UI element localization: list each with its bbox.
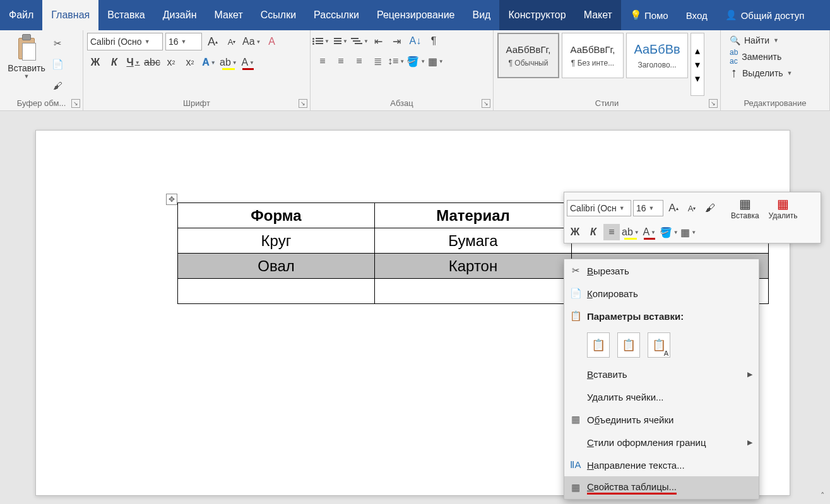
align-left-button[interactable]: ≡: [314, 53, 331, 69]
ctx-text-direction[interactable]: ⅡAНаправление текста...: [564, 454, 759, 476]
bulb-icon: 💡: [630, 9, 642, 21]
table-cell[interactable]: [178, 279, 375, 304]
italic-button[interactable]: К: [106, 54, 122, 71]
mini-align[interactable]: ≡: [603, 224, 620, 240]
sort-button[interactable]: A↓: [407, 33, 424, 49]
paste-dropdown[interactable]: ▼: [24, 73, 30, 79]
ctx-copy[interactable]: 📄Копировать: [564, 282, 759, 305]
style-no-spacing[interactable]: АаБбВвГг, ¶ Без инте...: [562, 33, 624, 78]
format-painter-icon[interactable]: 🖌: [50, 78, 64, 92]
font-color-button[interactable]: A▼: [240, 54, 256, 71]
tab-references[interactable]: Ссылки: [252, 0, 305, 30]
mini-italic[interactable]: К: [585, 224, 602, 240]
align-right-button[interactable]: ≡: [351, 53, 367, 69]
mini-grow-font[interactable]: A▴: [665, 200, 682, 216]
ctx-border-styles[interactable]: Стили оформления границ▶: [564, 431, 759, 454]
paste-keep-source[interactable]: 📋: [587, 332, 610, 358]
copy-icon[interactable]: 📄: [50, 57, 64, 71]
numbering-button[interactable]: ▼: [333, 33, 349, 49]
table-cell[interactable]: [375, 279, 572, 304]
tab-home[interactable]: Главная: [42, 0, 98, 30]
table-cell[interactable]: Форма: [178, 203, 375, 228]
paste-label[interactable]: Вставить: [8, 63, 45, 73]
font-name-combo[interactable]: Calibri (Осно▼: [87, 33, 163, 50]
group-styles: АаБбВвГг, ¶ Обычный АаБбВвГг, ¶ Без инте…: [494, 30, 721, 110]
shading-button[interactable]: 🪣▼: [406, 53, 425, 69]
ctx-insert[interactable]: Вставить▶: [564, 363, 759, 385]
styles-more-button[interactable]: ▴▾▾: [691, 33, 704, 96]
mini-delete-button[interactable]: ▦Удалить: [765, 195, 802, 221]
submenu-arrow-icon: ▶: [747, 370, 752, 378]
share-button[interactable]: 👤Общий доступ: [716, 0, 814, 30]
style-heading1[interactable]: АаБбВв Заголово...: [626, 33, 688, 78]
table-move-handle[interactable]: ✥: [166, 194, 177, 205]
increase-indent-button[interactable]: ⇥: [389, 33, 405, 49]
ctx-delete-cells[interactable]: Удалить ячейки...: [564, 385, 759, 408]
ctx-table-properties[interactable]: ▦Свойства таблицы...: [564, 476, 759, 499]
highlight-button[interactable]: ab▼: [220, 54, 237, 71]
cut-icon[interactable]: ✂: [50, 37, 64, 50]
show-marks-button[interactable]: ¶: [425, 33, 442, 49]
tab-review[interactable]: Рецензирование: [368, 0, 464, 30]
table-cell[interactable]: Картон: [375, 254, 572, 279]
tab-table-design[interactable]: Конструктор: [499, 0, 574, 30]
table-cell[interactable]: Круг: [178, 228, 375, 254]
mini-size-combo[interactable]: 16▼: [633, 200, 663, 216]
find-button[interactable]: 🔍Найти▼: [730, 35, 793, 45]
tell-me[interactable]: 💡Помо: [621, 0, 677, 30]
shrink-font-button[interactable]: A▾: [223, 33, 240, 50]
sign-in[interactable]: Вход: [677, 0, 716, 30]
clear-formatting-button[interactable]: A: [264, 33, 280, 50]
tab-file[interactable]: Файл: [0, 0, 42, 30]
submenu-arrow-icon: ▶: [747, 438, 752, 447]
underline-button[interactable]: Ч▼: [125, 54, 141, 71]
mini-bold[interactable]: Ж: [567, 224, 583, 240]
mini-shading[interactable]: 🪣▼: [660, 224, 679, 240]
group-clipboard: Вставить ▼ ✂ 📄 🖌 Буфер обм...↘: [0, 30, 83, 110]
clipboard-launcher[interactable]: ↘: [71, 99, 80, 108]
superscript-button[interactable]: x2: [182, 54, 198, 71]
styles-launcher[interactable]: ↘: [709, 99, 718, 108]
paste-icon[interactable]: [16, 34, 37, 61]
tab-insert[interactable]: Вставка: [98, 0, 153, 30]
tab-table-layout[interactable]: Макет: [575, 0, 621, 30]
select-button[interactable]: ⭡Выделить▼: [730, 68, 793, 78]
borders-button[interactable]: ▦▼: [427, 53, 444, 69]
line-spacing-button[interactable]: ↕≡▼: [388, 53, 405, 69]
subscript-button[interactable]: x2: [163, 54, 179, 71]
table-cell[interactable]: Бумага: [375, 228, 572, 254]
strikethrough-button[interactable]: abc: [144, 54, 160, 71]
grow-font-button[interactable]: A▴: [205, 33, 221, 50]
font-launcher[interactable]: ↘: [299, 99, 307, 108]
text-effects-button[interactable]: A▼: [201, 54, 217, 71]
mini-borders[interactable]: ▦▼: [680, 224, 697, 240]
mini-shrink-font[interactable]: A▾: [684, 200, 700, 216]
mini-font-color[interactable]: A▼: [641, 224, 658, 240]
change-case-button[interactable]: Aa▼: [242, 33, 261, 50]
table-cell[interactable]: Материал: [375, 203, 572, 228]
copy-icon: 📄: [569, 288, 582, 299]
mini-insert-button[interactable]: ▦Вставка: [727, 195, 763, 221]
mini-highlight[interactable]: ab▼: [622, 224, 639, 240]
ctx-merge-cells[interactable]: ▦Объединить ячейки: [564, 408, 759, 431]
decrease-indent-button[interactable]: ⇤: [371, 33, 387, 49]
paste-text-only[interactable]: 📋A: [648, 332, 670, 358]
paragraph-launcher[interactable]: ↘: [482, 99, 490, 108]
style-normal[interactable]: АаБбВвГг, ¶ Обычный: [497, 33, 559, 78]
tab-mailings[interactable]: Рассылки: [305, 0, 368, 30]
justify-button[interactable]: ≣: [369, 53, 386, 69]
ctx-cut[interactable]: ✂Вырезать: [564, 259, 759, 282]
tab-view[interactable]: Вид: [463, 0, 499, 30]
bullets-button[interactable]: ▼: [314, 33, 331, 49]
align-center-button[interactable]: ≡: [333, 53, 349, 69]
replace-button[interactable]: abacЗаменить: [730, 48, 793, 66]
bold-button[interactable]: Ж: [87, 54, 104, 71]
multilevel-button[interactable]: ▼: [351, 33, 369, 49]
tab-layout[interactable]: Макет: [206, 0, 252, 30]
mini-font-combo[interactable]: Calibri (Осн▼: [567, 200, 631, 216]
paste-merge[interactable]: 📋: [617, 332, 640, 358]
font-size-combo[interactable]: 16▼: [165, 33, 202, 50]
mini-format-painter[interactable]: 🖌: [702, 200, 718, 216]
table-cell[interactable]: Овал: [178, 254, 375, 279]
tab-design[interactable]: Дизайн: [154, 0, 206, 30]
